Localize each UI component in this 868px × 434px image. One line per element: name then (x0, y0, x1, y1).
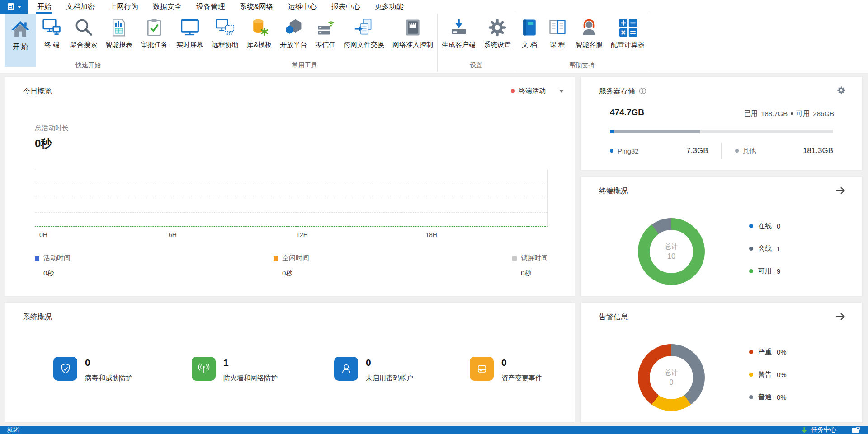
ribbon-item-realtime-screen[interactable]: 实时屏幕 (172, 14, 208, 49)
menu-tabs: 开始 文档加密 上网行为 数据安全 设备管理 系统&网络 运维中心 报表中心 更… (30, 0, 411, 14)
ribbon-item-network-access[interactable]: 网络准入控制 (388, 14, 437, 49)
task-window-icon[interactable] (852, 427, 860, 433)
legend-label: 离线 (758, 244, 772, 253)
legend-value: 0秒 (282, 269, 309, 278)
arrow-right-icon[interactable] (835, 312, 846, 322)
legend-value: 1 (777, 245, 780, 252)
ribbon-item-zero-trust[interactable]: 零信任 (311, 14, 340, 49)
menu-tab-web-behavior[interactable]: 上网行为 (102, 0, 146, 14)
alerts-legend: 严重 0% 警告 0% 普通 0% (749, 348, 787, 401)
ribbon-item-label: 网络准入控制 (392, 41, 433, 49)
legend-swatch (35, 256, 39, 261)
chevron-down-icon (18, 5, 21, 8)
dashboard-content: 今日概览 终端活动 总活动时长 0秒 0H 6H 12H 18H 活动时间 (0, 73, 868, 426)
alerts-donut-chart: 总计 0 (638, 344, 705, 411)
ribbon-group-common-tools: 实时屏幕 远程协助 (172, 14, 438, 72)
ribbon-item-docs[interactable]: 文 档 (515, 14, 543, 49)
ribbon-item-start[interactable]: 开 始 (5, 14, 36, 67)
legend-label: 活动时间 (43, 254, 71, 262)
ribbon-item-smart-report[interactable]: 智能报表 (101, 14, 137, 49)
legend-value: 0秒 (521, 269, 548, 278)
legend-value: 0 (777, 222, 780, 230)
legend-value: 0秒 (43, 269, 71, 278)
separator-dot (791, 112, 793, 115)
storage-item-label: Ping32 (618, 147, 639, 155)
ribbon-item-label: 课 程 (550, 41, 565, 49)
gridline (35, 212, 547, 213)
menu-tab-report-center[interactable]: 报表中心 (324, 0, 368, 14)
ribbon-group-quick-start: 开 始 终 端 聚合搜索 (5, 14, 172, 72)
ribbon-item-approval-tasks[interactable]: 审批任务 (137, 14, 172, 49)
legend-label: 空闲时间 (282, 254, 309, 262)
stat-firewall-network-protection: 1 防火墙和网络防护 (192, 357, 278, 383)
menu-tab-system-network[interactable]: 系统&网络 (232, 0, 281, 14)
storage-breakdown: Ping32 7.3GB 其他 181.3GB (610, 143, 833, 159)
ribbon-item-generate-client[interactable]: 生成客户端 (438, 14, 480, 49)
legend-dot (749, 350, 753, 354)
menu-tab-more[interactable]: 更多功能 (368, 0, 411, 14)
storage-item-other: 其他 181.3GB (721, 143, 834, 159)
ribbon-item-config-calculator[interactable]: 配置计算器 (607, 14, 649, 49)
gridline (35, 184, 547, 184)
ribbon-item-remote-assist[interactable]: 远程协助 (208, 14, 243, 49)
ribbon-item-terminal[interactable]: 终 端 (38, 14, 66, 49)
ribbon-item-library-template[interactable]: 库&模板 (243, 14, 276, 49)
app-menu-button[interactable] (0, 0, 28, 14)
legend-item-available: 可用 9 (749, 267, 780, 275)
terminal-activity-dropdown[interactable]: 终端活动 (511, 87, 564, 95)
settings-gear-icon (487, 18, 507, 37)
remote-assist-icon (215, 18, 235, 37)
legend-item-online: 在线 0 (749, 222, 780, 230)
legend-item-lockscreen-time[interactable]: 锁屏时间 0秒 (512, 254, 548, 278)
ribbon-item-file-exchange[interactable]: 跨网文件交换 (340, 14, 388, 49)
firewall-signal-icon (192, 357, 216, 381)
total-activity-value: 0秒 (35, 136, 52, 151)
legend-swatch (274, 256, 278, 261)
ribbon-item-aggregate-search[interactable]: 聚合搜索 (66, 14, 101, 49)
free-label: 可用 (796, 109, 810, 118)
stat-no-password-accounts: 0 未启用密码帐户 (334, 357, 413, 383)
arrow-right-icon[interactable] (835, 186, 846, 196)
legend-dot (610, 149, 613, 153)
legend-dot (735, 149, 739, 153)
menu-tab-ops-center[interactable]: 运维中心 (281, 0, 324, 14)
ribbon: 开 始 终 端 聚合搜索 (0, 14, 868, 72)
ribbon-item-open-platform[interactable]: 开放平台 (276, 14, 311, 49)
donut-center-value: 10 (667, 252, 675, 261)
storage-item-value: 7.3GB (686, 146, 708, 155)
menu-tab-start[interactable]: 开始 (30, 0, 59, 14)
gear-icon[interactable] (837, 86, 846, 95)
info-icon[interactable] (639, 87, 646, 95)
legend-value: 0% (777, 371, 787, 378)
panel-title: 服务器存储 (599, 87, 646, 96)
ribbon-item-label: 智能报表 (105, 41, 132, 49)
donut-center-label: 总计 (665, 369, 678, 377)
storage-item-ping32: Ping32 7.3GB (610, 143, 721, 159)
stat-value: 1 (223, 357, 278, 368)
legend-label: 普通 (758, 393, 772, 401)
shield-check-icon (53, 357, 77, 381)
x-axis-ticks: 0H 6H 12H 18H (35, 231, 548, 239)
ribbon-item-label: 生成客户端 (442, 41, 476, 49)
approval-icon (144, 18, 164, 37)
ribbon-item-label: 零信任 (315, 41, 335, 49)
status-ready-text: 就绪 (7, 426, 19, 434)
menu-tab-data-security[interactable]: 数据安全 (146, 0, 189, 14)
legend-label: 严重 (758, 348, 772, 356)
terminal-icon (42, 18, 62, 37)
stat-value: 0 (85, 357, 132, 368)
storage-usage-summary: 已用 188.7GB 可用 286GB (744, 109, 834, 118)
panel-system-overview: 系统概况 0 病毒和威胁防护 (5, 302, 575, 423)
ribbon-item-smart-support[interactable]: 智能客服 (571, 14, 607, 49)
task-center-button[interactable]: 任务中心 (811, 426, 836, 434)
ribbon-item-label: 审批任务 (141, 41, 168, 49)
ribbon-group-settings: 生成客户端 系统设置 设置 (438, 14, 515, 72)
home-icon (10, 19, 30, 39)
legend-item-idle-time[interactable]: 空闲时间 0秒 (274, 254, 309, 278)
free-value: 286GB (813, 110, 834, 117)
ribbon-item-system-settings[interactable]: 系统设置 (480, 14, 515, 49)
legend-item-active-time[interactable]: 活动时间 0秒 (35, 254, 71, 278)
menu-tab-doc-encrypt[interactable]: 文档加密 (59, 0, 102, 14)
ribbon-item-courses[interactable]: 课 程 (543, 14, 571, 49)
menu-tab-device-mgmt[interactable]: 设备管理 (189, 0, 232, 14)
